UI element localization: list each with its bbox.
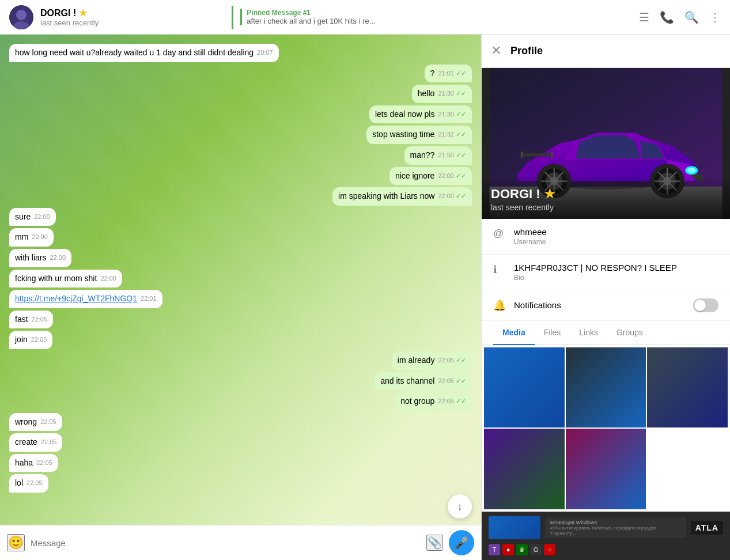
message-row-6: man?? 21:50 ✓✓ — [9, 146, 472, 165]
filter-icon[interactable]: ☰ — [639, 10, 649, 24]
profile-photo: DORGI ! ★ last seen recently — [482, 68, 730, 219]
bubble-11: with liars 22:00 — [9, 249, 71, 267]
profile-panel: ✕ Profile — [481, 35, 730, 560]
chat-area: how long need wait u?already waited u 1 … — [0, 35, 481, 560]
chat-name: DORGI ! ★ — [40, 7, 232, 18]
attach-button[interactable]: 📎 — [426, 535, 443, 551]
chat-header: DORGI ! ★ last seen recently Pinned Mess… — [0, 0, 730, 35]
info-icon: ℹ — [493, 263, 514, 276]
message-row-9: sure 22:00 — [9, 208, 472, 226]
bubble-5: stop wasting time 21:32 ✓✓ — [366, 126, 472, 144]
message-row-22: lol 22:05 — [9, 474, 472, 493]
bubble-18: not group 22:05 ✓✓ — [395, 392, 472, 411]
message-input[interactable] — [31, 538, 421, 548]
bubble-19: wrong 22:05 — [9, 413, 62, 432]
bubble-text-17: and its channel — [380, 376, 434, 385]
send-button[interactable]: 🎤 — [449, 530, 474, 555]
bubble-text-20: create — [15, 437, 37, 447]
chat-title-area: DORGI ! ★ last seen recently — [40, 7, 232, 27]
scroll-down-button[interactable]: ↓ — [448, 494, 472, 519]
message-row-14: fast 22:05 — [9, 311, 472, 329]
bubble-text-9: sure — [15, 212, 31, 221]
bubble-text-6: man?? — [410, 150, 435, 160]
bubble-3: hello 21:30 ✓✓ — [412, 85, 472, 103]
media-thumb-5[interactable] — [566, 429, 646, 509]
toggle-knob — [694, 300, 706, 311]
message-row-10: mm 22:00 — [9, 228, 472, 247]
bio-content: 1KHF4PR0J3CT | NO RESPON? I SLEEP Bio — [514, 263, 677, 282]
message-row-16: im already 22:05 ✓✓ — [9, 351, 472, 370]
message-row-19: wrong 22:05 — [9, 413, 472, 432]
bubble-17: and its channel 22:05 ✓✓ — [375, 372, 472, 391]
bubble-text-8: im speaking with Liars now — [338, 191, 434, 200]
at-icon: @ — [493, 228, 514, 240]
svg-point-7 — [687, 168, 696, 173]
header-icons: ☰ 📞 🔍 ⋮ — [639, 10, 721, 24]
bubble-time-17: 22:05 ✓✓ — [438, 377, 466, 385]
profile-display-name: DORGI ! ★ — [491, 187, 721, 202]
pinned-message[interactable]: Pinned Message #1 after i check all and … — [240, 9, 630, 25]
messages-container[interactable]: how long need wait u?already waited u 1 … — [0, 35, 481, 525]
profile-seen: last seen recently — [491, 203, 721, 212]
bubble-text-12: fcking with ur mom shit — [15, 274, 97, 283]
bubble-text-1: how long need wait u?already waited u 1 … — [15, 48, 254, 57]
avatar-image — [9, 5, 33, 29]
notifications-toggle[interactable] — [693, 298, 718, 312]
message-row-7: nice ignore 22:00 ✓✓ — [9, 167, 472, 186]
bubble-time-13: 22:01 — [141, 294, 157, 303]
bio-value: 1KHF4PR0J3CT | NO RESPON? I SLEEP — [514, 263, 677, 273]
bubble-10: mm 22:00 — [9, 228, 54, 247]
bubble-link-13[interactable]: https://t.me/+9cjZqi_WT2FhNGQ1 — [15, 294, 137, 303]
bubble-time-21: 22:05 — [36, 459, 52, 467]
bubble-time-1: 20:07 — [257, 48, 273, 57]
bubble-text-2: ? — [430, 69, 435, 78]
more-icon[interactable]: ⋮ — [709, 10, 721, 24]
media-thumb-2[interactable] — [566, 347, 646, 428]
main-layout: how long need wait u?already waited u 1 … — [0, 35, 730, 560]
bubble-time-9: 22:00 — [34, 213, 50, 221]
tab-files[interactable]: Files — [535, 321, 570, 345]
profile-name-overlay: DORGI ! ★ last seen recently — [482, 175, 730, 219]
bubble-time-11: 22:00 — [50, 253, 66, 262]
bubble-time-16: 22:05 ✓✓ — [438, 356, 466, 365]
pinned-text: after i check all and i get 10K hits i r… — [247, 17, 408, 25]
bubble-text-11: with liars — [15, 253, 46, 262]
profile-star: ★ — [544, 187, 555, 201]
phone-icon[interactable]: 📞 — [660, 10, 674, 24]
bubble-text-22: lol — [15, 478, 23, 487]
bubble-2: ? 21:01 ✓✓ — [425, 65, 472, 83]
bubble-text-16: im already — [398, 355, 435, 365]
bubble-time-2: 21:01 ✓✓ — [438, 69, 466, 78]
bubble-14: fast 22:05 — [9, 311, 53, 329]
bubble-time-20: 22:05 — [41, 438, 57, 447]
media-grid — [482, 345, 730, 512]
message-row-4: lets deal now pls 21:30 ✓✓ — [9, 105, 472, 124]
bubble-text-5: stop wasting time — [372, 130, 434, 139]
bubble-time-8: 22:00 ✓✓ — [438, 192, 466, 200]
message-row-15: join 22:05 — [9, 331, 472, 349]
chat-name-text: DORGI ! — [40, 8, 76, 18]
bubble-22: lol 22:05 — [9, 474, 48, 493]
close-profile-button[interactable]: ✕ — [491, 43, 501, 58]
tab-groups[interactable]: Groups — [607, 321, 652, 345]
media-thumb-3[interactable] — [647, 347, 728, 428]
media-thumb-1[interactable] — [484, 347, 565, 428]
notifications-label: Notifications — [514, 300, 693, 310]
emoji-button[interactable]: 🙂 — [7, 534, 25, 551]
message-row-3: hello 21:30 ✓✓ — [9, 85, 472, 103]
bubble-time-7: 22:00 ✓✓ — [438, 172, 466, 180]
chat-star: ★ — [79, 8, 87, 18]
bubble-13: https://t.me/+9cjZqi_WT2FhNGQ1 22:01 — [9, 290, 162, 308]
message-row-2: ? 21:01 ✓✓ — [9, 65, 472, 83]
bubble-1: how long need wait u?already waited u 1 … — [9, 44, 279, 62]
search-icon[interactable]: 🔍 — [684, 10, 699, 24]
bubble-text-15: join — [15, 335, 28, 344]
chat-status: last seen recently — [40, 18, 232, 27]
tab-links[interactable]: Links — [570, 321, 607, 345]
tab-media[interactable]: Media — [493, 321, 535, 345]
media-thumb-4[interactable] — [484, 429, 565, 509]
username-value: whmeee — [514, 227, 547, 237]
bubble-text-18: not group — [400, 396, 434, 406]
profile-title: Profile — [510, 45, 543, 57]
bio-row: ℹ 1KHF4PR0J3CT | NO RESPON? I SLEEP Bio — [482, 255, 730, 290]
